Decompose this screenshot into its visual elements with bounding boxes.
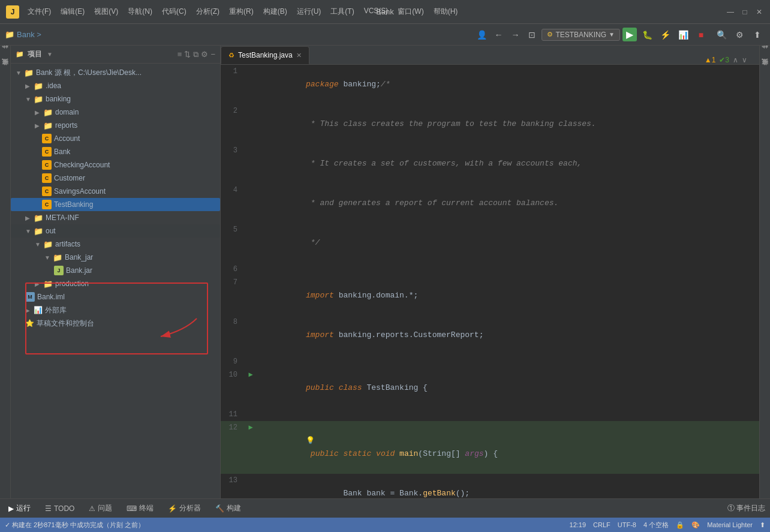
- event-log[interactable]: ① 事件日志: [727, 503, 765, 513]
- tree-item-testbanking[interactable]: C TestBanking: [11, 198, 220, 211]
- settings-button[interactable]: ⚙: [732, 27, 747, 43]
- line-number-12: 12: [221, 421, 245, 434]
- sort-icon[interactable]: ⇅: [184, 50, 191, 59]
- banking-label: banking: [46, 95, 71, 103]
- tree-item-bank[interactable]: C Bank: [11, 145, 220, 158]
- encoding[interactable]: UTF-8: [618, 521, 636, 528]
- minimize-button[interactable]: —: [726, 7, 735, 17]
- java-icon-checking: C: [42, 160, 52, 170]
- menu-view[interactable]: 视图(V): [91, 5, 122, 18]
- nav-up-icon[interactable]: ∧: [733, 56, 738, 64]
- tree-item-bank-jar-folder[interactable]: ▼ 📁 Bank_jar: [11, 251, 220, 264]
- nav-down-icon[interactable]: ∨: [742, 56, 747, 64]
- metainf-label: META-INF: [46, 214, 79, 222]
- tab-close-button[interactable]: ✕: [296, 52, 302, 59]
- tree-item-domain[interactable]: ▶ 📁 domain: [11, 106, 220, 119]
- terminal-label: 终端: [139, 503, 154, 513]
- profile-button[interactable]: 📊: [675, 27, 691, 43]
- back-button[interactable]: ←: [491, 28, 506, 42]
- stop-button[interactable]: ■: [693, 27, 709, 43]
- coverage-button[interactable]: ⚡: [657, 27, 673, 43]
- collapse-icon[interactable]: ≡: [178, 50, 182, 59]
- forward-button[interactable]: →: [508, 28, 522, 42]
- warning-count: ✔3: [719, 56, 729, 64]
- tree-item-checking[interactable]: C CheckingAccount: [11, 158, 220, 172]
- close-button[interactable]: ✕: [754, 7, 764, 17]
- line-content-8: import banking.reports.CustomerReport;: [257, 315, 759, 355]
- bottom-tab-issues[interactable]: ⚠ 问题: [85, 502, 116, 515]
- debug-button[interactable]: 🐛: [639, 27, 655, 43]
- scratch-label: 草稿文件和控制台: [37, 318, 94, 329]
- update-button[interactable]: ⬆: [750, 27, 765, 43]
- run-button[interactable]: ▶: [622, 28, 637, 41]
- bottom-tab-profiler[interactable]: ⚡ 分析器: [164, 502, 204, 515]
- menu-nav[interactable]: 导航(N): [124, 5, 156, 18]
- menu-analyze[interactable]: 分析(Z): [192, 5, 223, 18]
- bulb-icon-12[interactable]: 💡: [306, 437, 315, 445]
- menu-build[interactable]: 构建(B): [260, 5, 291, 18]
- menu-edit[interactable]: 编辑(E): [57, 5, 88, 18]
- menu-window[interactable]: 窗口(W): [394, 5, 427, 18]
- line-content-12: 💡 public static void main(String[] args)…: [257, 421, 759, 474]
- cursor-position: 12:19: [570, 521, 586, 528]
- settings-icon[interactable]: ⚙: [201, 50, 208, 59]
- menu-code[interactable]: 代码(C): [158, 5, 190, 18]
- code-line-4: 4 * and generates a report of current ac…: [221, 184, 759, 223]
- tree-item-scratch[interactable]: ⭐ 草稿文件和控制台: [11, 317, 220, 330]
- account-icon[interactable]: 👤: [474, 28, 489, 42]
- out-label: out: [46, 227, 56, 235]
- theme-label[interactable]: Material Lighter: [707, 521, 753, 528]
- tree-item-customer[interactable]: C Customer: [11, 172, 220, 185]
- tree-item-reports[interactable]: ▶ 📁 reports: [11, 119, 220, 132]
- bottom-tab-todo[interactable]: ☰ TODO: [41, 503, 78, 514]
- run-configuration[interactable]: ⚙ TESTBANKING ▼: [542, 29, 620, 41]
- tree-item-banking[interactable]: ▼ 📁 banking: [11, 92, 220, 106]
- tree-item-idea[interactable]: ▶ 📁 .idea: [11, 79, 220, 92]
- tree-item-artifacts[interactable]: ▼ 📁 artifacts: [11, 238, 220, 251]
- bottom-tab-build[interactable]: 🔨 构建: [212, 502, 245, 515]
- menu-refactor[interactable]: 重构(R): [225, 5, 257, 18]
- code-editor[interactable]: 1 package banking;/* 2 * This class crea…: [221, 65, 759, 498]
- tree-item-external-lib[interactable]: ▶ 📊 外部库: [11, 303, 220, 317]
- tree-item-root[interactable]: ▼ 📁 Bank 源 根，C:\Users\Jie\Desk...: [11, 66, 220, 79]
- bottom-tab-run[interactable]: ▶ 运行: [5, 502, 34, 515]
- code-line-11: 11: [221, 408, 759, 421]
- split-icon[interactable]: ⧉: [193, 50, 198, 59]
- root-label: Bank 源 根，C:\Users\Jie\Desk...: [36, 68, 142, 78]
- maximize-button[interactable]: □: [740, 7, 750, 17]
- tree-item-metainf[interactable]: ▶ 📁 META-INF: [11, 211, 220, 224]
- right-sidebar-label-2[interactable]: 收藏夹: [759, 67, 770, 74]
- menu-run[interactable]: 运行(U): [293, 5, 325, 18]
- search-everywhere-button[interactable]: 🔍: [714, 27, 729, 43]
- tree-item-account[interactable]: C Account: [11, 132, 220, 145]
- line-ending[interactable]: CRLF: [593, 521, 610, 528]
- run-gutter-icon-12[interactable]: ▶: [248, 421, 252, 434]
- sidebar-label-structure[interactable]: 结构: [0, 50, 11, 58]
- tree-item-bank-iml[interactable]: M Bank.iml: [11, 290, 220, 303]
- sidebar-label-favorites[interactable]: 收藏夹: [0, 67, 11, 74]
- editor-tab-testbanking[interactable]: ♻ TestBanking.java ✕: [221, 46, 309, 64]
- tree-item-out[interactable]: ▼ 📁 out: [11, 224, 220, 238]
- minimize-panel-icon[interactable]: −: [210, 50, 215, 59]
- update-icon[interactable]: ⬆: [760, 521, 765, 529]
- panel-icons: ≡ ⇅ ⧉ ⚙ −: [178, 50, 215, 59]
- line-number-9: 9: [221, 355, 245, 368]
- tree-item-savings[interactable]: C SavingsAccount: [11, 185, 220, 198]
- recent-files-button[interactable]: ⊡: [525, 28, 539, 42]
- menu-file[interactable]: 文件(F): [24, 5, 55, 18]
- bottom-tab-terminal[interactable]: ⌨ 终端: [123, 502, 157, 515]
- menu-tools[interactable]: 工具(T): [327, 5, 357, 18]
- savings-label: SavingsAccount: [54, 187, 106, 196]
- terminal-icon: ⌨: [127, 504, 137, 513]
- issues-icon: ⚠: [89, 504, 95, 513]
- indent[interactable]: 4 个空格: [643, 521, 669, 530]
- tree-item-bank-jar[interactable]: J Bank.jar: [11, 264, 220, 277]
- tree-item-production[interactable]: ▶ 📁 production: [11, 277, 220, 290]
- run-gutter-icon-10[interactable]: ▶: [248, 368, 252, 381]
- line-content-4: * and generates a report of current acco…: [257, 184, 759, 223]
- editor-area: ♻ TestBanking.java ✕ ▲1 ✔3 ∧ ∨ 1 package…: [221, 46, 759, 498]
- build-label: 构建: [227, 503, 241, 513]
- right-sidebar-label-1[interactable]: 结构: [759, 50, 770, 58]
- code-line-6: 6: [221, 263, 759, 276]
- menu-help[interactable]: 帮助(H): [430, 5, 462, 18]
